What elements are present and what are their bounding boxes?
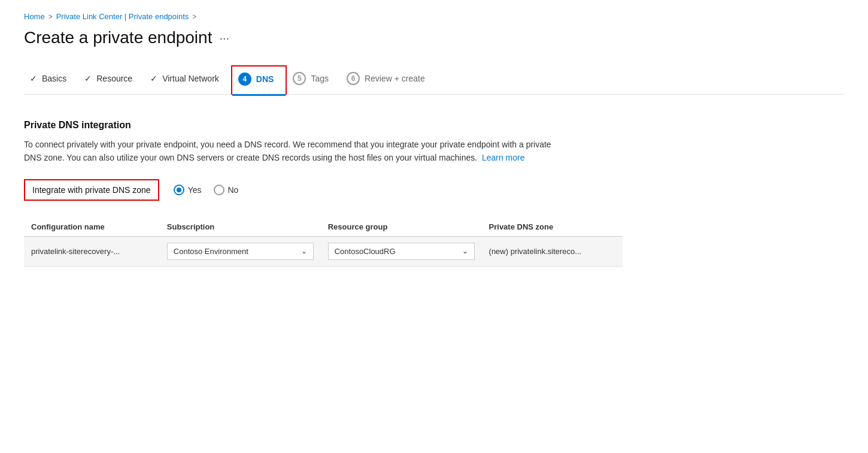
- cell-config-name: privatelink-siterecovery-...: [24, 236, 160, 266]
- step-resource[interactable]: ✓ Resource: [78, 68, 144, 92]
- subscription-dropdown-arrow: ⌄: [301, 247, 307, 255]
- page-header: Create a private endpoint ···: [24, 28, 844, 47]
- subscription-dropdown[interactable]: Contoso Environment ⌄: [167, 243, 314, 260]
- breadcrumb-home[interactable]: Home: [24, 12, 45, 21]
- radio-no[interactable]: No: [214, 185, 239, 195]
- learn-more-link[interactable]: Learn more: [482, 153, 525, 162]
- cell-resource-group[interactable]: ContosoCloudRG ⌄: [321, 236, 482, 266]
- step-virtual-network-check: ✓: [150, 74, 157, 83]
- radio-no-label: No: [228, 185, 239, 195]
- description-text: To connect privately with your private e…: [24, 140, 551, 162]
- col-subscription: Subscription: [160, 218, 321, 237]
- breadcrumb-sep-2: >: [192, 13, 196, 21]
- subscription-value: Contoso Environment: [174, 247, 248, 256]
- breadcrumb-private-link[interactable]: Private Link Center | Private endpoints: [56, 12, 189, 21]
- step-basics-check: ✓: [30, 74, 37, 83]
- step-review-label: Review + create: [365, 74, 425, 83]
- step-virtual-network[interactable]: ✓ Virtual Network: [144, 68, 231, 92]
- radio-group: Yes No: [174, 185, 239, 195]
- breadcrumb-sep-1: >: [48, 13, 53, 21]
- step-tags-num: 5: [293, 72, 306, 85]
- col-private-dns-zone: Private DNS zone: [482, 218, 623, 237]
- page-container: Home > Private Link Center | Private end…: [0, 0, 868, 285]
- step-dns-label: DNS: [256, 74, 274, 84]
- cell-private-dns-zone: (new) privatelink.sitereco...: [482, 236, 623, 266]
- col-config-name: Configuration name: [24, 218, 160, 237]
- step-basics-label: Basics: [42, 74, 66, 83]
- step-tags[interactable]: 5 Tags: [287, 66, 341, 93]
- step-virtual-network-label: Virtual Network: [162, 74, 219, 83]
- resource-group-dropdown-arrow: ⌄: [462, 247, 468, 255]
- breadcrumb: Home > Private Link Center | Private end…: [24, 12, 844, 21]
- more-options-icon[interactable]: ···: [219, 31, 229, 45]
- resource-group-value: ContosoCloudRG: [335, 247, 396, 256]
- step-resource-label: Resource: [96, 74, 132, 83]
- table-header: Configuration name Subscription Resource…: [24, 218, 623, 237]
- section-title: Private DNS integration: [24, 120, 844, 131]
- table-row: privatelink-siterecovery-... Contoso Env…: [24, 236, 623, 266]
- wizard-steps: ✓ Basics ✓ Resource ✓ Virtual Network 4 …: [24, 65, 844, 95]
- table-body: privatelink-siterecovery-... Contoso Env…: [24, 236, 623, 266]
- step-resource-check: ✓: [84, 74, 92, 83]
- radio-yes[interactable]: Yes: [174, 185, 202, 195]
- radio-no-circle: [214, 185, 224, 195]
- dns-table: Configuration name Subscription Resource…: [24, 218, 623, 267]
- radio-yes-circle: [174, 185, 184, 195]
- resource-group-dropdown[interactable]: ContosoCloudRG ⌄: [328, 243, 475, 260]
- step-review-num: 6: [347, 72, 360, 85]
- page-title: Create a private endpoint: [24, 28, 212, 47]
- cell-subscription[interactable]: Contoso Environment ⌄: [160, 236, 321, 266]
- dns-toggle-label: Integrate with private DNS zone: [24, 179, 159, 201]
- step-dns-num: 4: [238, 73, 251, 86]
- content-section: Private DNS integration To connect priva…: [24, 114, 844, 273]
- step-tags-label: Tags: [311, 74, 329, 83]
- radio-yes-label: Yes: [188, 185, 202, 195]
- step-basics[interactable]: ✓ Basics: [24, 68, 78, 92]
- step-dns[interactable]: 4 DNS: [231, 65, 287, 95]
- step-review-create[interactable]: 6 Review + create: [341, 66, 437, 93]
- col-resource-group: Resource group: [321, 218, 482, 237]
- dns-toggle-row: Integrate with private DNS zone Yes No: [24, 179, 844, 201]
- section-description: To connect privately with your private e…: [24, 138, 563, 165]
